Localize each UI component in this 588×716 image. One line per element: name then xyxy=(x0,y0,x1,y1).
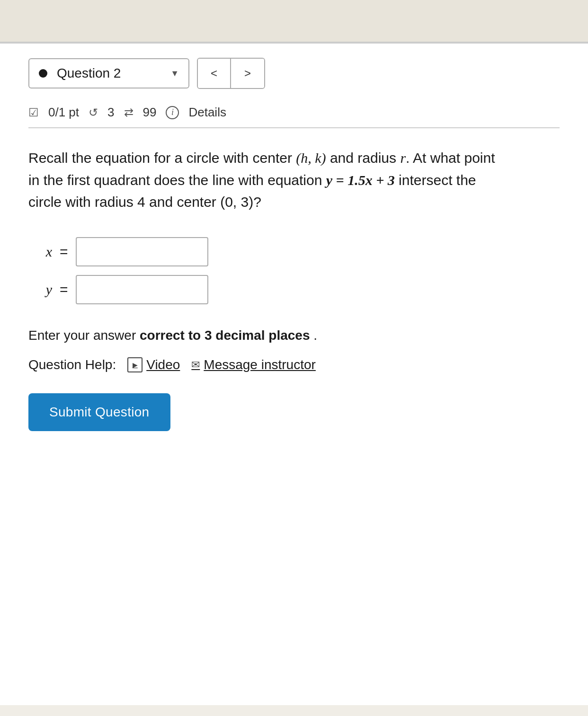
instructions: Enter your answer correct to 3 decimal p… xyxy=(28,328,560,343)
question-text-part2: and radius xyxy=(326,150,401,166)
answer-section: x = y = xyxy=(28,237,560,304)
score-text: 0/1 pt xyxy=(48,105,79,120)
message-instructor-label: Message instructor xyxy=(204,357,316,372)
top-bar xyxy=(0,0,588,43)
question-math-eq: y = 1.5x + 3 xyxy=(326,172,395,188)
retry-count: 3 xyxy=(107,105,114,120)
instructions-bold: correct to 3 decimal places xyxy=(140,328,310,343)
prev-question-button[interactable]: < xyxy=(198,59,231,88)
help-label: Question Help: xyxy=(28,357,116,372)
question-label: Question 2 xyxy=(57,66,161,81)
video-icon: ▶ xyxy=(127,357,143,372)
help-row: Question Help: ▶ Video ✉ Message instruc… xyxy=(28,357,560,372)
y-input[interactable] xyxy=(76,275,208,304)
chevron-down-icon: ▼ xyxy=(170,69,179,79)
question-text-part1: Recall the equation for a circle with ce… xyxy=(28,150,296,166)
question-nav: Question 2 ▼ < > xyxy=(28,58,560,89)
next-question-button[interactable]: > xyxy=(231,59,264,88)
question-math-r: r xyxy=(400,150,406,166)
retry-icon: ↺ xyxy=(89,106,98,119)
details-link[interactable]: Details xyxy=(188,105,226,120)
instructions-prefix: Enter your answer xyxy=(28,328,140,343)
main-card: Question 2 ▼ < > ☑ 0/1 pt ↺ 3 ⇄ 99 i Det… xyxy=(0,43,588,705)
video-label: Video xyxy=(146,357,180,372)
mail-icon: ✉ xyxy=(191,359,200,371)
x-input[interactable] xyxy=(76,237,208,266)
question-dot xyxy=(39,69,47,78)
sync-count: 99 xyxy=(143,105,157,120)
question-dropdown[interactable]: Question 2 ▼ xyxy=(28,58,189,88)
question-text: Recall the equation for a circle with ce… xyxy=(28,147,502,213)
y-answer-row: y = xyxy=(28,275,560,304)
score-row: ☑ 0/1 pt ↺ 3 ⇄ 99 i Details xyxy=(28,97,560,128)
instructions-suffix: . xyxy=(310,328,318,343)
sync-icon: ⇄ xyxy=(124,106,134,119)
y-var-label: y xyxy=(28,282,52,298)
question-math-hk: (h, k) xyxy=(296,150,326,166)
checkbox-icon: ☑ xyxy=(28,106,39,119)
x-answer-row: x = xyxy=(28,237,560,266)
y-equals: = xyxy=(60,282,68,298)
submit-question-button[interactable]: Submit Question xyxy=(28,393,170,431)
nav-buttons: < > xyxy=(197,58,265,89)
message-instructor-link[interactable]: ✉ Message instructor xyxy=(191,357,316,372)
info-icon[interactable]: i xyxy=(166,106,179,119)
x-equals: = xyxy=(60,244,68,260)
video-link[interactable]: ▶ Video xyxy=(127,357,180,372)
x-var-label: x xyxy=(28,244,52,260)
